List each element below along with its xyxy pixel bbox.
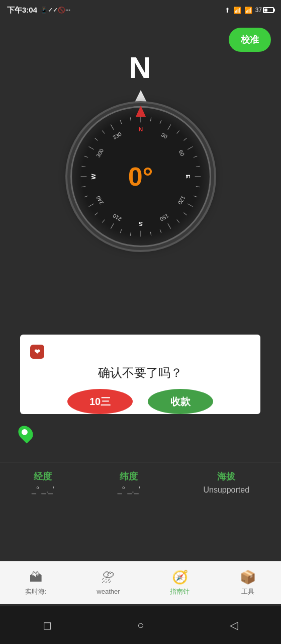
ad-overlay: ❤ 确认不要了吗？ 10三 收款 bbox=[20, 335, 260, 414]
compass-dial: N 30 60 E 120 150 S 210 240 W 300 330 0° bbox=[70, 106, 211, 247]
svg-line-31 bbox=[95, 138, 98, 140]
altitude-label: 海拔 bbox=[217, 470, 235, 482]
longitude-value: _° _._' bbox=[32, 486, 54, 495]
longitude-label: 经度 bbox=[34, 470, 52, 482]
svg-line-33 bbox=[111, 125, 114, 130]
svg-line-10 bbox=[196, 186, 200, 187]
svg-line-5 bbox=[183, 138, 186, 140]
svg-line-1 bbox=[150, 117, 151, 121]
svg-line-32 bbox=[102, 131, 105, 134]
svg-line-26 bbox=[81, 186, 85, 187]
svg-text:N: N bbox=[138, 126, 142, 132]
svg-line-21 bbox=[111, 223, 114, 228]
svg-text:210: 210 bbox=[112, 213, 123, 222]
svg-line-4 bbox=[176, 131, 179, 134]
nav-item-compass[interactable]: 🧭 指南针 bbox=[164, 567, 196, 599]
svg-line-17 bbox=[150, 232, 151, 236]
svg-line-14 bbox=[176, 219, 179, 222]
svg-line-35 bbox=[130, 117, 131, 121]
compass-red-pointer bbox=[136, 106, 146, 117]
svg-line-15 bbox=[167, 223, 170, 228]
nav-item-weather[interactable]: ⛈ weather bbox=[90, 567, 126, 598]
svg-text:330: 330 bbox=[112, 131, 123, 140]
svg-line-2 bbox=[160, 120, 161, 124]
weather-label: weather bbox=[97, 588, 120, 595]
svg-text:240: 240 bbox=[95, 195, 104, 206]
latitude-item: 纬度 _° _._' bbox=[118, 470, 140, 495]
north-direction-label: N bbox=[0, 50, 281, 85]
tools-label: 工具 bbox=[241, 587, 254, 596]
bottom-nav: 🏔 实时海: ⛈ weather 🧭 指南针 📦 工具 bbox=[0, 561, 281, 604]
svg-line-29 bbox=[84, 156, 87, 157]
svg-line-3 bbox=[167, 125, 170, 130]
compass-container: N 30 60 E 120 150 S 210 240 W 300 330 0° bbox=[0, 106, 281, 247]
nav-item-tools[interactable]: 📦 工具 bbox=[234, 567, 262, 599]
altitude-value: Unsupported bbox=[203, 486, 249, 495]
android-back-btn[interactable]: ◁ bbox=[230, 619, 238, 632]
svg-line-30 bbox=[88, 146, 93, 149]
android-nav-bar: ◻ ○ ◁ bbox=[0, 606, 281, 644]
status-time: 下午3:04 📱✓✓🚫··· bbox=[7, 6, 70, 15]
battery-icon: 37 bbox=[255, 7, 274, 14]
svg-line-6 bbox=[188, 146, 193, 149]
svg-text:300: 300 bbox=[95, 147, 104, 158]
bluetooth-icon: ⬆ bbox=[225, 7, 230, 14]
calibrate-button[interactable]: 校准 bbox=[229, 28, 271, 52]
location-pin bbox=[19, 425, 32, 441]
svg-text:150: 150 bbox=[159, 213, 170, 222]
compass-label: 指南针 bbox=[170, 587, 190, 596]
svg-text:120: 120 bbox=[176, 195, 186, 206]
svg-text:S: S bbox=[138, 221, 142, 227]
ad-btn-green[interactable]: 收款 bbox=[148, 389, 213, 414]
svg-line-13 bbox=[183, 213, 186, 215]
svg-text:E: E bbox=[185, 175, 192, 179]
android-square-btn[interactable]: ◻ bbox=[43, 619, 52, 632]
altitude-item: 海拔 Unsupported bbox=[203, 470, 249, 495]
ad-btn-red[interactable]: 10三 bbox=[67, 389, 133, 414]
svg-line-24 bbox=[88, 204, 93, 207]
wifi-icon: 📶 bbox=[244, 7, 252, 14]
signal-icon: 📶 bbox=[233, 7, 241, 14]
svg-line-34 bbox=[120, 120, 122, 124]
svg-line-11 bbox=[193, 196, 197, 197]
ad-title: 确认不要了吗？ bbox=[30, 365, 250, 381]
status-icons: ⬆ 📶 📶 37 bbox=[225, 7, 274, 14]
ad-buttons: 10三 收款 bbox=[30, 389, 250, 414]
longitude-item: 经度 _° _._' bbox=[32, 470, 54, 495]
svg-line-7 bbox=[193, 156, 197, 157]
svg-text:W: W bbox=[89, 174, 96, 180]
svg-line-20 bbox=[120, 229, 122, 233]
tools-icon: 📦 bbox=[240, 570, 256, 585]
svg-line-25 bbox=[84, 196, 87, 197]
compass-degree-display: 0° bbox=[128, 162, 153, 192]
ad-icon: ❤ bbox=[30, 345, 44, 359]
weather-icon: ⛈ bbox=[102, 570, 115, 586]
nav-item-realtime[interactable]: 🏔 实时海: bbox=[19, 567, 53, 599]
realtime-icon: 🏔 bbox=[29, 570, 42, 585]
compass-icon: 🧭 bbox=[172, 570, 188, 585]
svg-line-19 bbox=[130, 232, 131, 236]
svg-line-28 bbox=[81, 166, 85, 167]
latitude-label: 纬度 bbox=[120, 470, 138, 482]
svg-line-16 bbox=[160, 229, 161, 233]
data-section: 经度 _° _._' 纬度 _° _._' 海拔 Unsupported bbox=[0, 462, 281, 500]
android-home-btn[interactable]: ○ bbox=[137, 619, 144, 632]
svg-line-12 bbox=[188, 204, 193, 207]
status-bar: 下午3:04 📱✓✓🚫··· ⬆ 📶 📶 37 bbox=[0, 0, 281, 20]
svg-line-23 bbox=[95, 213, 98, 215]
latitude-value: _° _._' bbox=[118, 486, 140, 495]
svg-text:60: 60 bbox=[177, 149, 185, 157]
svg-line-8 bbox=[196, 166, 200, 167]
svg-line-22 bbox=[102, 219, 105, 222]
svg-text:30: 30 bbox=[160, 131, 168, 139]
realtime-label: 实时海: bbox=[25, 587, 47, 596]
